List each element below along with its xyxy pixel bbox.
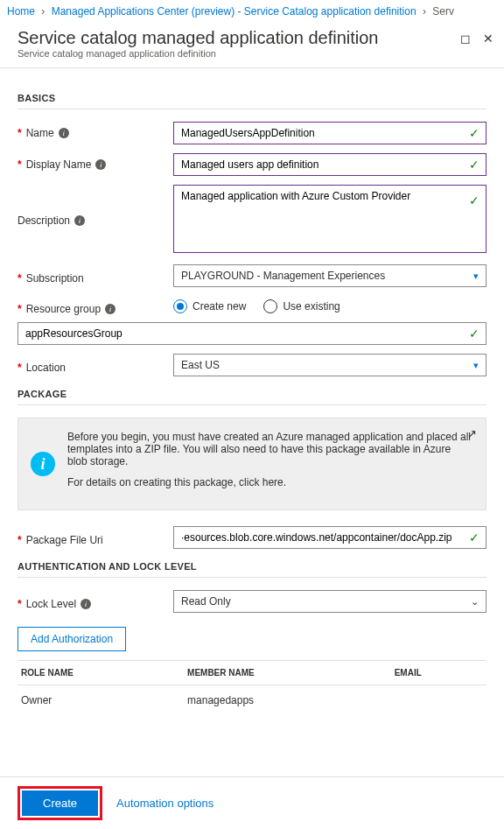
footer-bar: Create Automation options [0,776,504,794]
create-button[interactable]: Create [22,790,98,794]
breadcrumb-partial: Serv [432,5,454,18]
package-click-here-link[interactable]: click here [239,476,284,488]
radio-create-new[interactable]: Create new [173,299,246,313]
page-title: Service catalog managed application defi… [18,28,486,48]
display-name-input[interactable] [173,153,486,176]
breadcrumb: Home › Managed Applications Center (prev… [0,0,504,23]
label-description: Description [18,214,70,227]
label-display-name: Display Name [26,158,92,171]
package-uri-input[interactable] [173,526,486,549]
name-input[interactable] [173,122,486,144]
blade-header: Service catalog managed application defi… [0,23,504,68]
info-icon[interactable]: i [95,159,106,170]
label-resource-group: Resource group [26,303,101,315]
info-icon[interactable]: i [74,215,85,226]
col-email: Email [391,661,486,685]
subscription-select[interactable]: PLAYGROUND - Management Experiences ▾ [173,264,486,287]
lock-level-value: Read Only [181,595,231,608]
breadcrumb-center[interactable]: Managed Applications Center (preview) - … [52,5,416,18]
resource-group-input[interactable] [18,322,486,345]
package-info-link-line: For details on creating this package, cl… [67,476,473,488]
col-member: Member Name [184,661,391,685]
info-icon[interactable]: i [105,304,116,314]
external-link-icon[interactable]: ↗ [467,427,477,440]
page-subtitle: Service catalog managed application defi… [18,48,486,59]
chevron-right-icon: › [41,5,45,18]
info-big-icon: i [31,452,55,476]
breadcrumb-home[interactable]: Home [7,5,35,18]
subscription-value: PLAYGROUND - Management Experiences [181,270,385,282]
maximize-icon[interactable]: ◻ [460,32,471,46]
location-select[interactable]: East US ▾ [173,354,486,376]
col-role: Role Name [18,661,184,685]
label-package-uri: Package File Uri [26,534,103,546]
radio-use-existing[interactable]: Use existing [263,299,340,313]
radio-use-existing-label: Use existing [283,300,340,313]
description-input[interactable]: Managed application with Azure Custom Pr… [173,185,486,253]
radio-create-new-label: Create new [192,300,246,313]
package-info-text: Before you begin, you must have created … [67,431,473,467]
label-name: Name [26,127,54,139]
close-icon[interactable]: ✕ [483,32,494,46]
section-package: Package [18,389,486,405]
label-subscription: Subscription [26,272,84,285]
cell-email [391,685,486,716]
chevron-down-icon: ▾ [473,360,479,371]
cell-role: Owner [18,685,184,716]
chevron-down-icon: ▾ [473,270,479,282]
section-basics: Basics [18,93,486,109]
authorization-table: Role Name Member Name Email Owner manage… [18,660,486,715]
info-icon[interactable]: i [80,599,91,609]
info-icon[interactable]: i [59,128,69,138]
add-authorization-button[interactable]: Add Authorization [18,627,126,651]
cell-member: managedapps [184,685,391,716]
package-infobox: i Before you begin, you must have create… [18,418,486,510]
location-value: East US [181,359,220,371]
chevron-right-icon: › [423,5,426,18]
chevron-down-icon: ⌄ [471,596,479,608]
label-lock-level: Lock Level [26,598,76,610]
lock-level-select[interactable]: Read Only ⌄ [173,590,486,613]
label-location: Location [26,362,66,374]
table-row: Owner managedapps [18,685,486,716]
create-highlight: Create [18,786,102,794]
section-auth: Authentication and Lock Level [18,561,486,578]
